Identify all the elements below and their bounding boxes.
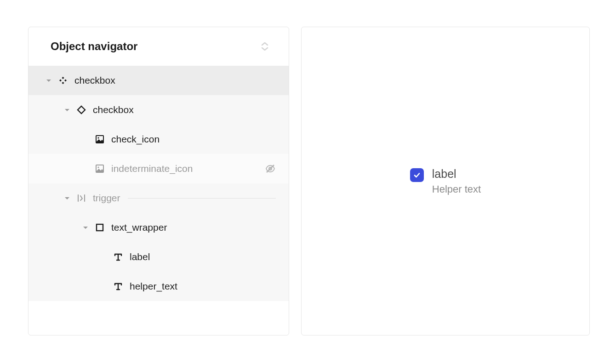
navigator-title: Object navigator [51,40,137,53]
tree-row-label: helper_text [130,281,289,292]
tree-row-label: indeterminate_icon [111,163,265,174]
checkbox-box[interactable] [410,168,424,182]
visibility-off-icon[interactable] [265,163,276,174]
object-navigator-panel: Object navigator checkbox [28,27,289,336]
chevron-down-icon[interactable] [82,224,89,231]
chevron-down-icon[interactable] [46,77,52,84]
checkbox-label[interactable]: label [432,167,481,181]
slot-icon [76,193,86,203]
checkbox-texts: label Helper text [432,167,481,195]
preview-panel: label Helper text [301,27,590,336]
component-icon [58,75,68,85]
collapse-button[interactable] [261,42,268,51]
svg-point-3 [97,166,99,168]
tree-row-label: label [130,251,289,262]
tree-row-helper-text[interactable]: helper_text [29,272,289,301]
tree-row-indeterminate-icon[interactable]: indeterminate_icon [29,154,289,183]
frame-icon [95,222,105,233]
tree-row-checkbox-inner[interactable]: checkbox [29,95,289,125]
chevron-down-icon[interactable] [64,107,70,113]
tree-row-label: trigger [93,193,120,204]
image-icon [95,134,105,144]
tree-row-label: check_icon [111,134,289,145]
tree-row-label: text_wrapper [111,222,289,233]
checkbox-component-preview: label Helper text [410,167,481,195]
navigator-header: Object navigator [29,27,289,66]
chevron-down-icon[interactable] [64,195,70,201]
svg-rect-6 [97,224,103,231]
svg-point-1 [97,137,99,138]
image-icon [95,164,105,174]
text-icon [113,281,123,291]
divider [128,198,276,199]
check-icon [413,171,421,179]
tree-row-text-wrapper[interactable]: text_wrapper [29,213,289,242]
instance-icon [76,105,86,115]
tree-row-label: checkbox [93,104,289,115]
tree-row-label-node[interactable]: label [29,242,289,272]
checkbox-helper-text: Helper text [432,183,481,195]
tree-row-trigger[interactable]: trigger [29,183,289,213]
text-icon [113,252,123,262]
tree: checkbox checkbox [29,66,289,301]
tree-row-label: checkbox [74,75,289,86]
tree-row-checkbox-root[interactable]: checkbox [29,66,289,95]
tree-row-check-icon[interactable]: check_icon [29,125,289,154]
